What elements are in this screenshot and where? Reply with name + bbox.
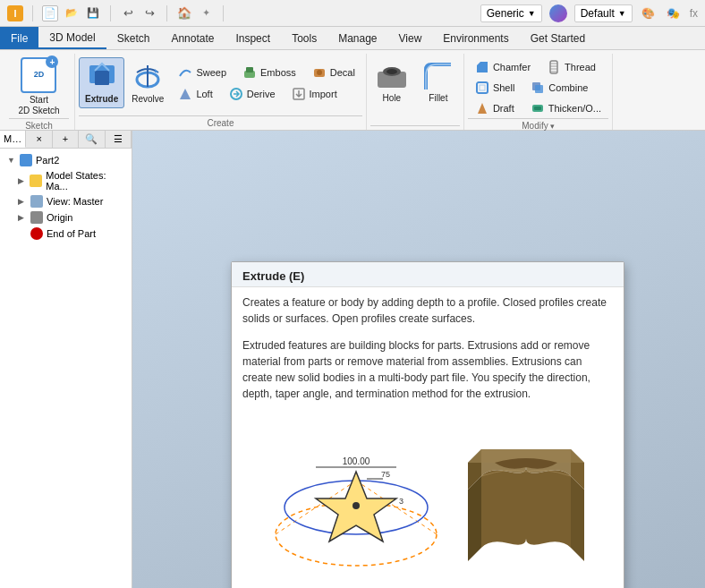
- revolve-label: Revolve: [132, 94, 164, 104]
- shell-button[interactable]: Shell: [468, 78, 522, 98]
- panel-tab-close[interactable]: ×: [26, 131, 52, 148]
- new-icon[interactable]: 📄: [42, 5, 58, 21]
- extrude-button[interactable]: Extrude: [79, 57, 124, 108]
- svg-point-11: [386, 69, 397, 74]
- save-icon[interactable]: 💾: [85, 5, 101, 21]
- svg-text:3: 3: [399, 497, 403, 506]
- svg-point-24: [352, 502, 360, 509]
- thread-icon: [547, 60, 561, 74]
- tooltip-desc2: Extruded features are building blocks fo…: [242, 337, 613, 402]
- panel-tab-search[interactable]: 🔍: [79, 131, 105, 148]
- separator3: [166, 5, 167, 21]
- tree-label-part2: Part2: [36, 155, 59, 166]
- menu-annotate[interactable]: Annotate: [160, 27, 225, 49]
- svg-rect-4: [246, 67, 253, 72]
- undo-icon[interactable]: ↩: [120, 5, 136, 21]
- menu-tools[interactable]: Tools: [281, 27, 327, 49]
- draft-button[interactable]: Draft: [468, 98, 522, 118]
- revolve-button[interactable]: Revolve: [126, 58, 169, 107]
- extrude-icon: [86, 62, 118, 94]
- title-bar-right: Generic ▼ Default ▼ 🎨 🎭 fx: [480, 4, 698, 22]
- sketch-group-label: Sketch: [9, 118, 69, 131]
- left-panel: Mo... × + 🔍 ☰ ▼ Part2 ▶ Model States: Ma…: [0, 131, 132, 588]
- combine-icon: [531, 81, 545, 95]
- extrude-label: Extrude: [85, 94, 118, 104]
- chamfer-button[interactable]: Chamfer: [468, 57, 538, 77]
- emboss-button[interactable]: Emboss: [235, 63, 303, 82]
- viewport: Extrude (E) Creates a feature or body by…: [132, 131, 705, 588]
- tools-group-label: [370, 125, 460, 128]
- thread-button[interactable]: Thread: [539, 57, 603, 77]
- modify-dropdown[interactable]: Modify ▾: [468, 118, 608, 131]
- tooltip-desc1: Creates a feature or body by adding dept…: [242, 294, 613, 327]
- start-2d-label: Start 2D Sketch: [18, 95, 59, 116]
- sketch-group: + 2D Start 2D Sketch Sketch: [4, 54, 75, 130]
- fillet-button[interactable]: Fillet: [417, 57, 460, 107]
- loft-button[interactable]: Loft: [171, 84, 219, 104]
- title-bar: I 📄 📂 💾 ↩ ↪ 🏠 ✦ Generic ▼ Default ▼ 🎨 🎭 …: [0, 0, 705, 27]
- panel-tab-menu[interactable]: ☰: [106, 131, 132, 148]
- svg-rect-14: [480, 85, 485, 90]
- tooltip-header: Extrude (E): [232, 262, 624, 287]
- hole-icon: [376, 61, 408, 93]
- start-2d-sketch-button[interactable]: + 2D Start 2D Sketch: [18, 54, 59, 116]
- appearance-label: Default: [581, 7, 615, 20]
- modify-label: Modify: [522, 121, 548, 131]
- decal-icon: [312, 65, 327, 80]
- panel-tab-model[interactable]: Mo...: [0, 131, 26, 148]
- tree-item-end-of-part[interactable]: End of Part: [4, 226, 128, 242]
- import-button[interactable]: Import: [285, 84, 344, 104]
- tree-label-origin: Origin: [47, 212, 72, 223]
- menu-manage[interactable]: Manage: [327, 27, 387, 49]
- separator2: [110, 5, 111, 21]
- appearance-dropdown[interactable]: Default ▼: [574, 4, 633, 22]
- app-icon: I: [7, 5, 23, 21]
- menu-file[interactable]: File: [0, 27, 38, 49]
- panel-tab-add[interactable]: +: [53, 131, 79, 148]
- menu-getstarted[interactable]: Get Started: [520, 27, 596, 49]
- modify-arrow: ▾: [550, 122, 555, 131]
- profile-dropdown[interactable]: Generic ▼: [480, 4, 542, 22]
- tree-item-part2[interactable]: ▼ Part2: [4, 152, 128, 168]
- mark-icon[interactable]: ✦: [198, 5, 214, 21]
- menu-inspect[interactable]: Inspect: [225, 27, 281, 49]
- chamfer-icon: [475, 60, 489, 74]
- shell-icon: [475, 81, 489, 95]
- fillet-label: Fillet: [429, 93, 447, 103]
- modify-group: Chamfer Thread Shell Combine: [464, 54, 613, 130]
- fx-label[interactable]: fx: [690, 7, 698, 20]
- folder-icon: [30, 175, 42, 187]
- thicken-button[interactable]: Thicken/O...: [523, 98, 608, 118]
- tree-item-view-master[interactable]: ▶ View: Master: [4, 193, 128, 209]
- error-icon: [30, 227, 43, 240]
- sweep-button[interactable]: Sweep: [171, 63, 234, 82]
- menu-view[interactable]: View: [388, 27, 433, 49]
- separator4: [223, 5, 224, 21]
- tree-item-origin[interactable]: ▶ Origin: [4, 209, 128, 226]
- palette-icon: 🎭: [665, 4, 683, 22]
- hole-button[interactable]: Hole: [370, 57, 413, 107]
- derive-button[interactable]: Derive: [222, 84, 283, 104]
- part-icon: [20, 154, 32, 166]
- combine-button[interactable]: Combine: [523, 78, 595, 98]
- tooltip-body: Creates a feature or body by adding dept…: [232, 287, 624, 409]
- title-bar-tools: I 📄 📂 💾 ↩ ↪ 🏠 ✦: [7, 5, 227, 21]
- tree-arrow: ▼: [7, 156, 16, 165]
- svg-rect-16: [535, 85, 543, 93]
- thicken-icon: [531, 101, 545, 115]
- home-icon[interactable]: 🏠: [176, 5, 192, 21]
- create-group-label: Create: [79, 115, 362, 128]
- appearance-arrow: ▼: [618, 9, 626, 18]
- import-icon: [292, 87, 306, 101]
- menu-sketch[interactable]: Sketch: [106, 27, 161, 49]
- svg-text:75: 75: [381, 470, 390, 479]
- decal-button[interactable]: Decal: [305, 63, 362, 82]
- menu-3dmodel[interactable]: 3D Model: [38, 27, 106, 49]
- menu-environments[interactable]: Environments: [432, 27, 519, 49]
- sketch-svg: 100.00 75 3: [267, 418, 446, 579]
- tree-label-view: View: Master: [47, 196, 103, 207]
- open-icon[interactable]: 📂: [64, 5, 80, 21]
- fillet-icon: [422, 61, 454, 93]
- redo-icon[interactable]: ↪: [141, 5, 157, 21]
- tree-item-model-states[interactable]: ▶ Model States: Ma...: [4, 168, 128, 193]
